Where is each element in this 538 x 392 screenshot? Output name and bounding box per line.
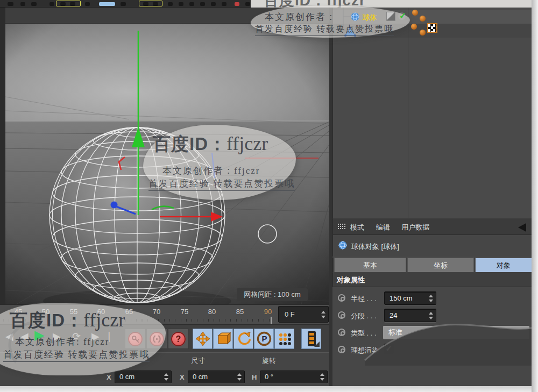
playhead[interactable] (271, 317, 272, 324)
property-row-type: 类型 . . . 标准 (332, 325, 532, 341)
watermark-bottom-line2: 本文原创作者: ffjczr (15, 336, 109, 348)
grid-spacing-badge: 网格间距 : 100 cm (237, 288, 308, 301)
size-header: 尺寸 (191, 356, 205, 366)
key-rotation-button[interactable] (233, 329, 253, 349)
radius-stepper[interactable] (428, 294, 434, 303)
ruler-tick: 85 (233, 308, 247, 316)
keyframe-radio-icon[interactable] (338, 346, 345, 353)
type-dropdown[interactable]: 标准 (383, 326, 529, 339)
key-scale-button[interactable] (213, 329, 233, 349)
parameter-p-label: P (254, 334, 274, 343)
make-preview-button[interactable] (301, 329, 321, 349)
toolbar-highlight-box-2 (139, 1, 162, 6)
point-level-icon (277, 331, 293, 347)
panel-divider[interactable] (329, 8, 332, 386)
scale-icon (215, 331, 231, 347)
property-row-radius: 半径 . . . 150 cm (332, 290, 532, 307)
key-pla-button[interactable] (274, 329, 294, 349)
attribute-manager-menubar: 模式 编辑 用户数据 (332, 218, 532, 235)
watermark-bottom-line3: 首发百度经验 转载要点赞投票哦 (3, 348, 150, 362)
position-x-input[interactable]: 0 cm (115, 370, 172, 383)
rotation-header: 旋转 (262, 356, 276, 366)
ideal-render-checkbox[interactable]: ✓ (384, 344, 394, 354)
toolbar-active-tool[interactable] (99, 2, 115, 6)
frame-stepper[interactable] (321, 310, 326, 319)
keyframe-radio-icon[interactable] (338, 294, 345, 302)
toolbar-highlight-box-1 (56, 1, 81, 6)
sphere-title-icon (338, 241, 347, 250)
radius-input[interactable]: 150 cm (384, 291, 436, 305)
attribute-tabs: 基本 坐标 对象 (332, 258, 532, 273)
ideal-render-label: 理想渲染 (351, 346, 379, 355)
property-row-segments: 分段 . . . 24 (332, 308, 532, 324)
tab-basic[interactable]: 基本 (334, 258, 406, 272)
menu-userdata[interactable]: 用户数据 (401, 223, 429, 232)
segments-label: 分段 . . . (351, 311, 377, 321)
attribute-object-title-row: 球体对象 [球体] (332, 235, 532, 256)
type-label: 类型 . . . (351, 329, 377, 338)
rotation-h-input[interactable]: 0 ° (260, 370, 328, 383)
watermark-center-id: 百度ID：ffjczr (153, 132, 268, 156)
watermark-top-line1: 本文原创作者： (265, 11, 336, 23)
property-row-ideal-render: 理想渲染 ✓ (332, 342, 532, 358)
ruler-tick-end: 90 (261, 308, 275, 316)
panel-collapse-arrow-icon[interactable] (518, 223, 526, 232)
keyframe-radio-icon[interactable] (338, 329, 345, 336)
help-button[interactable]: ? (168, 329, 189, 349)
keyframe-radio-icon[interactable] (338, 311, 345, 319)
radius-label: 半径 . . . (351, 294, 377, 304)
watermark-bottom-id: 百度ID：ffjczr (10, 309, 125, 333)
object-title: 球体对象 [球体] (351, 242, 399, 252)
menu-mode[interactable]: 模式 (350, 223, 364, 232)
watermark-center-line3: 首发百度经验 转载要点赞投票哦 (148, 177, 295, 191)
rotation-h-label: H (252, 373, 257, 381)
pos-x-label: X (107, 373, 111, 381)
panel-grid-icon[interactable] (337, 223, 346, 230)
ruler-tick: 75 (178, 308, 192, 316)
rotate-icon (236, 331, 252, 347)
ruler-tick: 70 (150, 308, 164, 316)
cinema4d-window: 网格间距 : 100 cm 百度ID：ffjczr 球 (0, 0, 538, 392)
tab-object[interactable]: 对象 (475, 258, 532, 272)
current-frame-field[interactable]: 0 F (278, 306, 329, 323)
ruler-tick: 80 (205, 308, 219, 316)
page-frame-right (532, 0, 538, 392)
key-parameter-button[interactable]: P (254, 329, 274, 349)
segments-stepper[interactable] (428, 311, 434, 320)
watermark-center-line2: 本文原创作者：ffjczr (162, 165, 260, 177)
watermark-top-line2: 首发百度经验 转载要点赞投票哦 (255, 24, 394, 36)
move-icon (195, 331, 211, 347)
menu-edit[interactable]: 编辑 (376, 223, 390, 232)
page-frame-bottom (0, 386, 538, 392)
size-x-label: X (180, 373, 185, 381)
segments-input[interactable]: 24 (384, 309, 436, 322)
size-x-input[interactable]: 0 cm (188, 370, 245, 383)
key-position-button[interactable] (193, 329, 213, 349)
tab-coord[interactable]: 坐标 (407, 258, 474, 272)
object-properties-header: 对象属性 (332, 273, 532, 287)
question-icon: ? (176, 334, 181, 344)
object-manager[interactable] (332, 8, 532, 218)
filmstrip-icon (303, 331, 320, 347)
